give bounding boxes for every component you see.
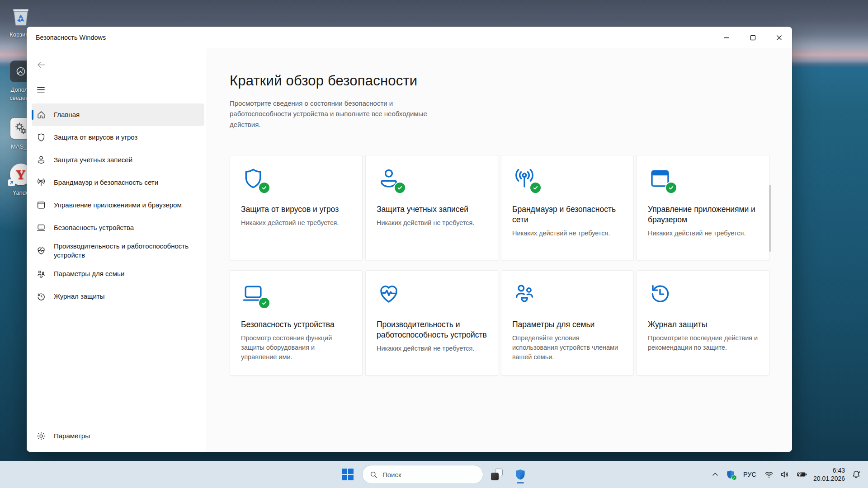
card-account-protection[interactable]: Защита учетных записей Никаких действий … [365,155,498,260]
card-title: Защита учетных записей [377,204,487,215]
sidebar-item-account-protection[interactable]: Защита учетных записей [27,149,206,171]
card-status: Определяйте условия использования устрой… [512,333,623,362]
running-app-indicator [517,482,524,483]
battery-charging-icon[interactable] [796,469,807,480]
card-status: Просмотр состояния функций защиты оборуд… [241,333,351,362]
page-subtitle: Просмотрите сведения о состоянии безопас… [230,98,446,130]
card-status: Никаких действий не требуется. [377,218,487,228]
heart-pulse-icon [36,246,46,256]
titlebar[interactable]: Безопасность Windows [27,27,792,48]
history-icon [36,292,46,302]
back-button[interactable] [37,59,49,70]
card-status: Никаких действий не требуется. [377,344,487,353]
card-status: Никаких действий не требуется. [512,229,623,238]
sidebar-item-app-browser-control[interactable]: Управление приложениями и браузером [27,194,206,216]
card-title: Параметры для семьи [512,319,623,330]
svg-text:z: z [859,469,860,474]
recycle-bin-icon [1,5,41,28]
card-protection-history[interactable]: Журнал защиты Просмотрите последние дейс… [637,270,769,375]
family-icon [512,282,538,308]
sidebar-item-label: Параметры для семьи [54,269,124,278]
sidebar-item-label: Параметры [54,432,90,441]
taskbar: Поиск [0,461,868,488]
sidebar-item-home[interactable]: Главная [32,103,204,126]
status-ok-badge [665,182,677,194]
taskbar-search-input[interactable]: Поиск [362,465,483,484]
card-device-performance-health[interactable]: Производительность и работоспособность у… [365,270,498,375]
sidebar-item-device-security[interactable]: Безопасность устройства [27,216,206,239]
search-placeholder: Поиск [382,471,401,479]
window-title: Безопасность Windows [27,34,106,41]
clock-date: 20.01.2026 [813,474,845,483]
sidebar-item-family-options[interactable]: Параметры для семьи [27,263,206,286]
sidebar-item-label: Главная [54,110,80,119]
tray-overflow-chevron[interactable] [711,470,720,479]
sidebar-item-label: Безопасность устройства [54,223,134,232]
card-family-options[interactable]: Параметры для семьи Определяйте условия … [501,270,634,375]
scrollbar-thumb[interactable] [769,185,771,252]
card-status: Никаких действий не требуется. [241,218,351,228]
laptop-icon [36,223,46,233]
card-device-security[interactable]: Безопасность устройства Просмотр состоян… [230,270,363,375]
app-window-icon [36,200,46,210]
security-cards-grid: Защита от вирусов и угроз Никаких действ… [230,155,792,375]
card-title: Управление приложениями и браузером [648,204,758,225]
card-title: Безопасность устройства [241,319,351,330]
system-tray: РУС 6:43 20.01.2026 [711,461,868,488]
person-icon [377,166,403,192]
gear-icon [36,431,46,441]
shortcut-arrow-icon [8,179,15,186]
notification-bell-dnd-icon[interactable]: z [851,469,862,480]
task-view-icon [491,469,503,480]
sidebar-item-firewall-network[interactable]: Брандмауэр и безопасность сети [27,171,206,194]
windows-logo-icon [342,469,354,480]
page-title: Краткий обзор безопасности [230,73,792,89]
start-button[interactable] [338,465,358,484]
main-content: Краткий обзор безопасности Просмотрите с… [206,48,792,452]
shield-icon [241,166,267,192]
card-title: Производительность и работоспособность у… [377,319,487,340]
card-app-browser-control[interactable]: Управление приложениями и браузером Ника… [637,155,769,260]
volume-icon[interactable] [780,469,790,479]
sidebar-item-label: Производительность и работоспособность у… [54,242,189,260]
language-indicator[interactable]: РУС [741,471,758,478]
card-title: Брандмауэр и безопасность сети [512,204,623,225]
minimize-button[interactable] [713,27,740,48]
security-shield-icon [514,468,527,481]
card-status: Никаких действий не требуется. [648,229,758,238]
hamburger-menu-button[interactable] [37,84,49,94]
tray-security-shield-icon[interactable] [726,469,736,479]
sidebar-item-protection-history[interactable]: Журнал защиты [27,286,206,308]
sidebar-item-device-performance-health[interactable]: Производительность и работоспособность у… [27,239,206,263]
card-status: Просмотрите последние действия и рекомен… [648,333,758,352]
wifi-icon[interactable] [764,469,774,479]
sidebar-item-label: Брандмауэр и безопасность сети [54,178,158,187]
status-ok-badge [394,182,406,194]
taskbar-clock[interactable]: 6:43 20.01.2026 [813,466,845,483]
maximize-button[interactable] [740,27,766,48]
card-title: Журнал защиты [648,319,758,330]
app-window-icon [648,166,674,192]
family-icon [36,269,46,279]
status-ok-badge [258,297,270,309]
sidebar-item-settings[interactable]: Параметры [27,425,206,447]
task-view-button[interactable] [488,465,506,484]
sidebar-item-label: Управление приложениями и браузером [54,201,182,210]
sidebar-item-label: Защита учетных записей [54,155,132,164]
sidebar-item-label: Журнал защиты [54,292,105,301]
windows-security-window: Безопасность Windows [27,27,792,452]
laptop-icon [241,282,267,308]
shield-icon [36,132,46,142]
status-ok-badge [258,182,270,194]
close-button[interactable] [766,27,792,48]
windows-security-taskbar-button[interactable] [510,465,530,484]
home-icon [36,110,46,120]
network-icon [512,166,538,192]
card-virus-threat-protection[interactable]: Защита от вирусов и угроз Никаких действ… [230,155,363,260]
sidebar-item-virus-threat-protection[interactable]: Защита от вирусов и угроз [27,126,206,149]
sidebar-item-label: Защита от вирусов и угроз [54,133,137,142]
card-firewall-network[interactable]: Брандмауэр и безопасность сети Никаких д… [501,155,634,260]
sidebar-nav: Главная Защита от вирусов и угроз Защита… [27,103,206,308]
desktop-wallpaper: Корзина Дополн сведени [0,0,868,488]
card-title: Защита от вирусов и угроз [241,204,351,215]
